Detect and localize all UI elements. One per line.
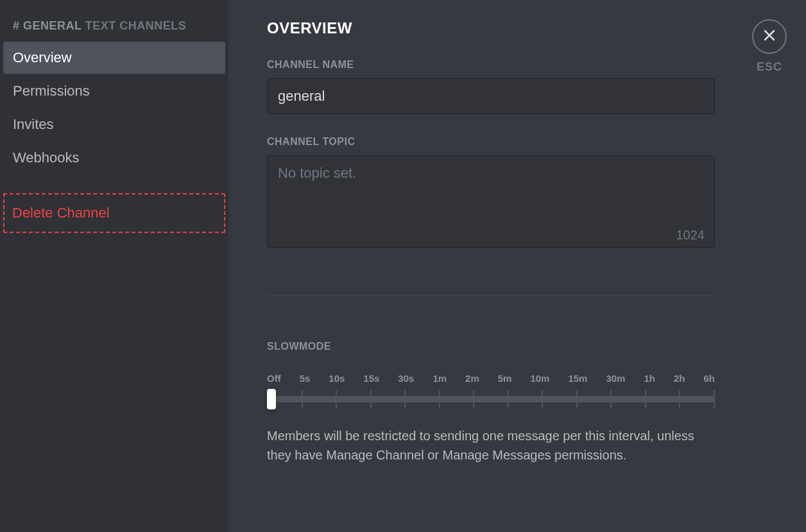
sidebar-item-webhooks[interactable]: Webhooks [3, 142, 225, 174]
sidebar-item-invites[interactable]: Invites [3, 108, 225, 141]
slowmode-tick: 30s [398, 373, 414, 384]
slowmode-tick: 30m [606, 373, 625, 384]
slowmode-track[interactable] [267, 389, 715, 409]
sidebar-item-label: Webhooks [13, 150, 80, 166]
hash-icon: # [13, 19, 20, 32]
slowmode-tick: 15s [363, 373, 379, 384]
page-title: OVERVIEW [267, 19, 767, 37]
close-icon [762, 28, 776, 45]
channel-topic-label: CHANNEL TOPIC [267, 136, 767, 148]
slowmode-tick: 10s [329, 373, 345, 384]
channel-topic-input[interactable] [267, 155, 715, 248]
slowmode-thumb[interactable] [267, 389, 276, 409]
close-wrap: ESC [752, 19, 787, 74]
delete-channel-highlight: Delete Channel [3, 193, 225, 233]
settings-sidebar: # GENERAL TEXT CHANNELS Overview Permiss… [0, 0, 228, 532]
slowmode-tick: 10m [530, 373, 549, 384]
slowmode-tick: 2h [674, 373, 685, 384]
esc-label: ESC [752, 60, 787, 74]
sidebar-item-overview[interactable]: Overview [3, 42, 225, 74]
slowmode-tick: Off [267, 373, 281, 384]
sidebar-item-label: Permissions [13, 83, 90, 99]
settings-content: ESC OVERVIEW CHANNEL NAME CHANNEL TOPIC … [228, 0, 806, 532]
sidebar-category: TEXT CHANNELS [85, 19, 187, 32]
channel-name-input[interactable] [267, 78, 715, 114]
slowmode-label: SLOWMODE [267, 341, 767, 352]
slowmode-track-ticks [267, 390, 715, 408]
slowmode-tick: 1m [433, 373, 447, 384]
slowmode-slider[interactable]: Off 5s 10s 15s 30s 1m 2m 5m 10m 15m 30m … [267, 373, 715, 409]
channel-name-label: CHANNEL NAME [267, 59, 767, 71]
section-divider [267, 295, 715, 296]
sidebar-item-permissions[interactable]: Permissions [3, 75, 225, 107]
delete-channel-button[interactable]: Delete Channel [4, 194, 224, 232]
slowmode-tick: 15m [568, 373, 587, 384]
sidebar-header: # GENERAL TEXT CHANNELS [3, 19, 225, 33]
channel-topic-wrap: 1024 [267, 155, 715, 250]
slowmode-tick: 1h [644, 373, 655, 384]
slowmode-tick: 5s [300, 373, 311, 384]
slowmode-help-text: Members will be restricted to sending on… [267, 426, 715, 465]
sidebar-item-label: Overview [13, 49, 72, 65]
sidebar-channel-name: GENERAL [23, 19, 81, 32]
slowmode-tick: 6h [703, 373, 715, 384]
slowmode-tick-labels: Off 5s 10s 15s 30s 1m 2m 5m 10m 15m 30m … [267, 373, 715, 384]
slowmode-tick: 2m [465, 373, 479, 384]
slowmode-tick: 5m [498, 373, 512, 384]
close-button[interactable] [752, 19, 787, 54]
sidebar-item-label: Invites [13, 116, 54, 132]
delete-channel-label: Delete Channel [12, 205, 110, 221]
